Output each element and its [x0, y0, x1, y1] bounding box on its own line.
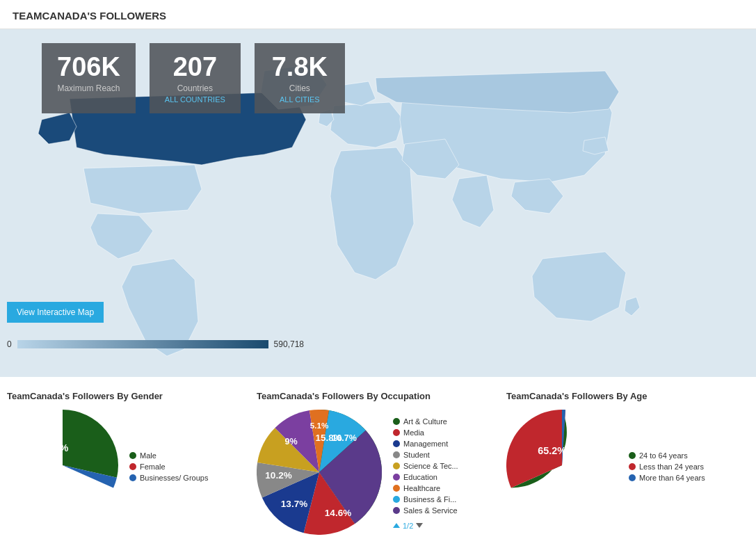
occupation-chart-panel: TeamCanada's Followers By Occupation: [257, 391, 499, 537]
gender-chart-title: TeamCanada's Followers By Gender: [7, 391, 250, 401]
legend-label-art: Art & Culture: [403, 417, 447, 426]
pagination-down-icon[interactable]: [416, 523, 423, 528]
svg-text:5.1%: 5.1%: [310, 421, 329, 430]
legend-item-24to64: 24 to 64 years: [629, 451, 705, 460]
legend-item-businesses: Businesses/ Groups: [129, 474, 208, 482]
legend-dot-student: [393, 451, 400, 458]
gender-legend: Male Female Businesses/ Groups: [129, 451, 208, 482]
age-chart-content: 65.2% 32.8% 24 to 64 years Less than 24 …: [506, 410, 749, 523]
legend-item-sales: Sales & Service: [393, 506, 458, 515]
stat-boxes: 706K Maximum Reach 207 Countries ALL COU…: [42, 43, 345, 113]
legend-label-over64: More than 64 years: [639, 474, 705, 482]
legend-dot-24to64: [629, 452, 636, 459]
legend-label-student: Student: [403, 451, 430, 459]
occupation-legend: Art & Culture Media Management Stud: [393, 417, 458, 530]
map-section: 706K Maximum Reach 207 Countries ALL COU…: [0, 29, 756, 377]
countries-value: 207: [165, 53, 225, 82]
legend-dot-science: [393, 462, 400, 469]
legend-dot-under24: [629, 463, 636, 470]
svg-text:32.8%: 32.8%: [520, 487, 549, 498]
occupation-pie-svg: 15.8% 14.6% 13.7% 10.2% 9% 5.1% 10.7%: [257, 410, 382, 535]
legend-label-healthcare: Healthcare: [403, 484, 440, 492]
legend-dot-businesses: [129, 474, 136, 481]
age-pie-svg: 65.2% 32.8%: [506, 410, 618, 521]
svg-text:52.6%: 52.6%: [40, 442, 69, 453]
legend-label-science: Science & Tec...: [403, 462, 458, 470]
gender-pie-svg: 52.6% 43.8%: [7, 410, 118, 521]
legend-item-female: Female: [129, 462, 208, 471]
legend-item-healthcare: Healthcare: [393, 484, 458, 492]
legend-dot-art: [393, 418, 400, 425]
legend-dot-male: [129, 452, 136, 459]
cities-link[interactable]: ALL CITIES: [270, 95, 330, 104]
legend-dot-female: [129, 463, 136, 470]
legend-item-science: Science & Tec...: [393, 462, 458, 470]
legend-label-business: Business & Fi...: [403, 495, 456, 504]
pagination-up-icon[interactable]: [393, 523, 400, 528]
scale-bar: 0 590,718: [7, 339, 304, 349]
legend-item-male: Male: [129, 451, 208, 460]
legend-label-female: Female: [140, 462, 166, 471]
stat-box-reach: 706K Maximum Reach: [42, 43, 136, 113]
svg-text:10.7%: 10.7%: [332, 433, 357, 443]
age-chart-title: TeamCanada's Followers By Age: [506, 391, 749, 401]
gender-chart-content: 52.6% 43.8% Male Female Busin: [7, 410, 250, 523]
scale-bar-gradient: [17, 340, 268, 348]
legend-label-education: Education: [403, 473, 437, 481]
legend-item-under24: Less than 24 years: [629, 462, 705, 471]
legend-label-under24: Less than 24 years: [639, 462, 704, 471]
pagination-label: 1/2: [403, 522, 413, 530]
legend-item-art: Art & Culture: [393, 417, 458, 426]
svg-text:65.2%: 65.2%: [538, 445, 566, 456]
occupation-chart-content: 15.8% 14.6% 13.7% 10.2% 9% 5.1% 10.7% Ar…: [257, 410, 499, 537]
legend-item-media: Media: [393, 428, 458, 437]
cities-value: 7.8K: [270, 53, 330, 82]
legend-item-over64: More than 64 years: [629, 474, 705, 482]
svg-text:43.8%: 43.8%: [32, 476, 61, 487]
svg-text:14.6%: 14.6%: [325, 508, 351, 518]
countries-link[interactable]: ALL COUNTRIES: [165, 95, 225, 104]
legend-dot-healthcare: [393, 485, 400, 492]
legend-dot-over64: [629, 474, 636, 481]
legend-dot-media: [393, 429, 400, 436]
legend-dot-education: [393, 474, 400, 481]
gender-chart-panel: TeamCanada's Followers By Gender 52.6% 4…: [7, 391, 250, 537]
svg-text:10.2%: 10.2%: [265, 470, 291, 481]
legend-label-male: Male: [140, 451, 156, 460]
legend-dot-business: [393, 496, 400, 503]
legend-item-student: Student: [393, 451, 458, 459]
legend-dot-sales: [393, 507, 400, 514]
occupation-pie: 15.8% 14.6% 13.7% 10.2% 9% 5.1% 10.7%: [257, 410, 382, 537]
cities-label: Cities: [270, 83, 330, 93]
legend-item-education: Education: [393, 473, 458, 481]
gender-pie: 52.6% 43.8%: [7, 410, 118, 523]
view-interactive-map-button[interactable]: View Interactive Map: [7, 302, 104, 323]
occupation-legend-items: Art & Culture Media Management Stud: [393, 417, 458, 515]
legend-label-management: Management: [403, 440, 448, 448]
scale-max-label: 590,718: [274, 339, 304, 349]
occupation-pagination: 1/2: [393, 522, 458, 530]
occupation-chart-title: TeamCanada's Followers By Occupation: [257, 391, 499, 401]
svg-text:13.7%: 13.7%: [281, 499, 307, 509]
reach-value: 706K: [57, 53, 120, 82]
stat-box-cities: 7.8K Cities ALL CITIES: [255, 43, 345, 113]
reach-label: Maximum Reach: [57, 83, 120, 93]
page-container: TEAMCANADA'S FOLLOWERS: [0, 0, 756, 539]
legend-item-management: Management: [393, 440, 458, 448]
age-pie: 65.2% 32.8%: [506, 410, 618, 523]
legend-item-business: Business & Fi...: [393, 495, 458, 504]
stat-box-countries: 207 Countries ALL COUNTRIES: [150, 43, 241, 113]
legend-label-media: Media: [403, 428, 424, 437]
svg-text:9%: 9%: [284, 437, 297, 447]
page-title: TEAMCANADA'S FOLLOWERS: [0, 0, 756, 29]
scale-zero-label: 0: [7, 339, 12, 349]
charts-section: TeamCanada's Followers By Gender 52.6% 4…: [0, 377, 756, 539]
legend-label-sales: Sales & Service: [403, 506, 458, 515]
legend-label-24to64: 24 to 64 years: [639, 451, 688, 460]
age-legend: 24 to 64 years Less than 24 years More t…: [629, 451, 705, 482]
countries-label: Countries: [165, 83, 225, 93]
age-chart-panel: TeamCanada's Followers By Age 65.2% 32.8…: [506, 391, 749, 537]
legend-label-businesses: Businesses/ Groups: [140, 474, 208, 482]
legend-dot-management: [393, 440, 400, 447]
